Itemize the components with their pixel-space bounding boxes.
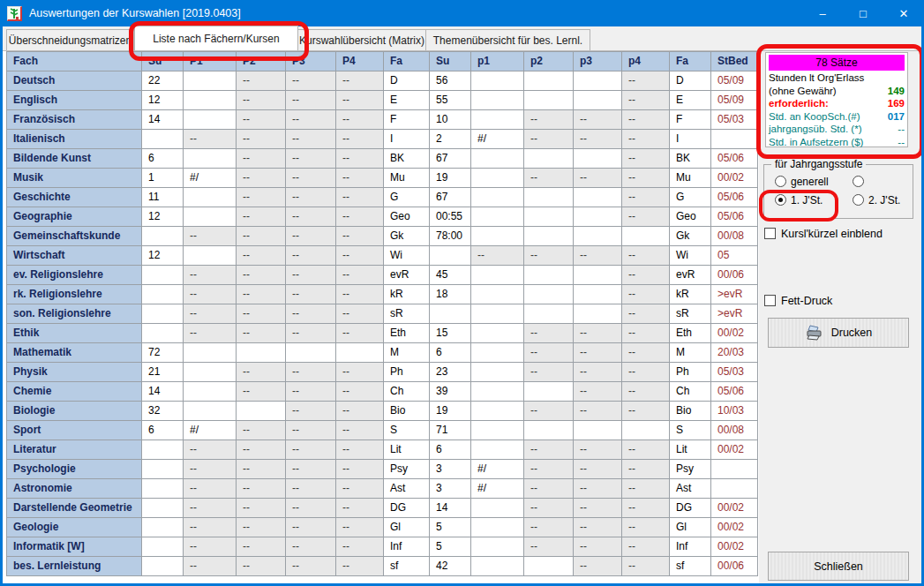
stats-line: (ohne Gewähr)149 xyxy=(769,85,905,98)
data-cell: -- xyxy=(237,479,286,499)
column-header: Fa xyxy=(384,52,430,71)
data-cell: -- xyxy=(336,324,384,343)
data-cell xyxy=(430,304,471,324)
data-cell: Ch xyxy=(384,382,430,402)
data-cell xyxy=(471,363,524,382)
column-header: p4 xyxy=(622,52,670,71)
data-cell xyxy=(142,324,184,343)
data-cell: -- xyxy=(336,227,384,246)
data-cell: Wi xyxy=(384,246,430,266)
checkbox-kurslkuerzel[interactable]: Kursl'kürzel einblend xyxy=(764,228,883,240)
tab-0[interactable]: Überschneidungsmatrizen xyxy=(6,29,134,50)
data-cell: Ast xyxy=(670,479,711,499)
minimize-icon[interactable]: – xyxy=(802,0,843,26)
fach-cell: Chemie xyxy=(7,382,142,402)
data-cell xyxy=(524,304,574,324)
data-cell: -- xyxy=(184,227,237,246)
tab-3[interactable]: Themenübersicht für bes. Lernl. xyxy=(425,29,590,50)
checkbox-fett-druck[interactable]: Fett-Druck xyxy=(764,295,832,307)
data-cell: 00/02 xyxy=(711,169,758,188)
data-cell: -- xyxy=(336,402,384,421)
data-cell: 00:55 xyxy=(430,207,471,227)
data-cell: -- xyxy=(622,440,670,460)
data-cell: -- xyxy=(336,304,384,324)
data-cell: 15 xyxy=(430,324,471,343)
maximize-icon[interactable]: □ xyxy=(843,0,883,26)
data-cell: -- xyxy=(286,557,336,576)
data-cell xyxy=(142,460,184,479)
tab-1[interactable]: Liste nach Fächern/Kursen xyxy=(134,26,298,50)
data-cell: -- xyxy=(336,363,384,382)
drucken-button[interactable]: Drucken xyxy=(768,318,909,348)
data-cell: -- xyxy=(622,324,670,343)
close-icon[interactable]: ✕ xyxy=(883,0,924,26)
schliessen-button[interactable]: Schließen xyxy=(768,552,909,581)
radio-option-generell[interactable]: generell xyxy=(775,176,853,188)
data-cell: 2 xyxy=(430,130,471,149)
data-cell: 00/02 xyxy=(711,518,758,537)
data-cell: -- xyxy=(286,188,336,207)
tab-2[interactable]: Kurswahlübersicht (Matrix) xyxy=(297,29,426,50)
data-cell: 21 xyxy=(142,363,184,382)
data-cell: Geo xyxy=(384,207,430,227)
data-cell: -- xyxy=(237,537,286,557)
data-cell: -- xyxy=(622,479,670,499)
stats-line: jahrgangsüb. Std. (*)-- xyxy=(769,123,905,136)
data-cell: -- xyxy=(286,479,336,499)
radio-option-blank[interactable] xyxy=(853,176,913,188)
data-cell: -- xyxy=(184,304,237,324)
fach-cell: Deutsch xyxy=(7,71,142,91)
data-cell: -- xyxy=(622,557,670,576)
data-cell: Inf xyxy=(384,537,430,557)
radio-label: 2. J'St. xyxy=(868,194,900,207)
data-cell: -- xyxy=(574,382,622,402)
column-header: Su xyxy=(142,52,184,71)
data-cell: -- xyxy=(237,266,286,285)
data-cell: BK xyxy=(670,149,711,169)
column-header: p2 xyxy=(524,52,574,71)
data-cell: -- xyxy=(286,110,336,130)
fach-cell: Musik xyxy=(7,169,142,188)
data-cell: -- xyxy=(237,130,286,149)
radio-option-2. J'St.[interactable]: 2. J'St. xyxy=(853,194,913,207)
data-cell xyxy=(471,324,524,343)
data-cell: 05/06 xyxy=(711,188,758,207)
data-cell: -- xyxy=(184,557,237,576)
fach-cell: Geschichte xyxy=(7,188,142,207)
data-cell: Gl xyxy=(384,518,430,537)
data-cell xyxy=(142,440,184,460)
data-cell: -- xyxy=(184,518,237,537)
data-cell xyxy=(471,227,524,246)
data-cell: E xyxy=(384,91,430,110)
data-cell: -- xyxy=(574,402,622,421)
data-cell: -- xyxy=(336,110,384,130)
radio-option-1. J'St.[interactable]: 1. J'St. xyxy=(775,194,853,207)
data-cell xyxy=(184,110,237,130)
data-cell xyxy=(184,343,237,363)
stats-box: 78 Sätze Stunden lt Org'Erlass(ohne Gewä… xyxy=(765,52,908,147)
data-cell: 6 xyxy=(142,421,184,440)
data-cell xyxy=(471,537,524,557)
data-cell: 3 xyxy=(430,460,471,479)
titlebar[interactable]: Auswertungen der Kurswahlen [2019.0403] … xyxy=(0,0,924,26)
data-cell: 6 xyxy=(142,149,184,169)
fach-cell: Französisch xyxy=(7,110,142,130)
data-cell: Gl xyxy=(670,518,711,537)
data-cell xyxy=(524,557,574,576)
data-cell: -- xyxy=(574,246,622,266)
data-cell: -- xyxy=(237,149,286,169)
data-cell: -- xyxy=(184,440,237,460)
radio-label: 1. J'St. xyxy=(791,194,823,207)
data-cell: 05/09 xyxy=(711,71,758,91)
data-cell: -- xyxy=(622,130,670,149)
data-cell: 00/02 xyxy=(711,537,758,557)
fach-cell: bes. Lernleistung xyxy=(7,557,142,576)
right-panel: 78 Sätze Stunden lt Org'Erlass(ohne Gewä… xyxy=(759,51,921,583)
column-header: P3 xyxy=(286,52,336,71)
data-cell: -- xyxy=(622,382,670,402)
fach-cell: Wirtschaft xyxy=(7,246,142,266)
data-cell: -- xyxy=(237,363,286,382)
data-cell xyxy=(142,227,184,246)
jahrgangsstufe-groupbox: für Jahrgangsstufe generell1. J'St.2. J'… xyxy=(763,164,913,219)
data-cell xyxy=(471,188,524,207)
